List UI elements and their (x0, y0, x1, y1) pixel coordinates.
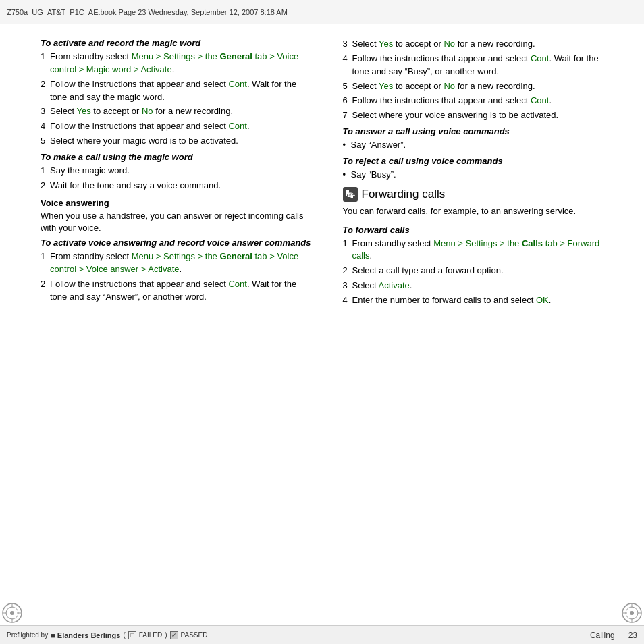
step-c-3: 3 Select Yes to accept or No for a new r… (343, 38, 618, 51)
failed-checkbox: □ (128, 631, 136, 639)
preflight-label: Preflighted by (7, 631, 48, 639)
page-number: 23 (628, 630, 637, 640)
section4-title: To activate voice answering and record v… (41, 238, 315, 248)
header-text: Z750a_UG_AT&T_P1C_AE.book Page 23 Wednes… (7, 8, 288, 16)
voice-answering-body: When you use a handsfree, you can answer… (41, 210, 315, 236)
forwarding-calls-title: Forwarding calls (362, 188, 446, 201)
section2-steps: 1 Say the magic word. 2 Wait for the ton… (41, 165, 315, 192)
section-make-call-magic-word: To make a call using the magic word 1 Sa… (41, 152, 315, 192)
step-4-1: 1 From standby select Menu > Settings > … (41, 250, 315, 276)
section1-title: To activate and record the magic word (41, 38, 315, 48)
reject-bullet-1: • Say “Busy”. (343, 169, 618, 182)
passed-checkbox: ✓ (170, 631, 178, 639)
continued-steps: 3 Select Yes to accept or No for a new r… (343, 38, 618, 122)
forward-steps: 1 From standby select Menu > Settings > … (343, 238, 618, 307)
step-c-4: 4 Follow the instructions that appear an… (343, 53, 618, 78)
main-content: To activate and record the magic word 1 … (0, 24, 644, 625)
section1-steps: 1 From standby select Menu > Settings > … (41, 51, 315, 148)
step-c-7: 7 Select where your voice answering is t… (343, 109, 618, 122)
forward-step-2: 2 Select a call type and a forward optio… (343, 265, 618, 277)
section-activate-voice-answering: To activate voice answering and record v… (41, 238, 315, 303)
forward-step-4: 4 Enter the number to forward calls to a… (343, 294, 618, 307)
step-1-2: 2 Follow the instructions that appear an… (41, 78, 315, 104)
failed-label: FAILED (139, 631, 162, 639)
preflight-info: Preflighted by ■ Elanders Berlings ( □ F… (7, 631, 207, 639)
reject-bullets: • Say “Busy”. (343, 169, 618, 182)
section-answer-title: To answer a call using voice commands (343, 126, 618, 136)
section-reject-voice: To reject a call using voice commands • … (343, 156, 618, 182)
forward-step-1: 1 From standby select Menu > Settings > … (343, 238, 618, 263)
header-bar: Z750a_UG_AT&T_P1C_AE.book Page 23 Wednes… (0, 0, 644, 24)
elanders-logo: ■ Elanders Berlings (51, 631, 120, 639)
step-2-2: 2 Wait for the tone and say a voice comm… (41, 180, 315, 192)
page-label: Calling (590, 630, 615, 640)
footer-bar: Preflighted by ■ Elanders Berlings ( □ F… (0, 625, 644, 644)
step-4-2: 2 Follow the instructions that appear an… (41, 278, 315, 304)
svg-text:☎: ☎ (346, 192, 354, 198)
step-1-4: 4 Follow the instructions that appear an… (41, 120, 315, 133)
voice-answering-heading: Voice answering (41, 198, 315, 208)
right-column: 3 Select Yes to accept or No for a new r… (329, 24, 645, 625)
step-c-5: 5 Select Yes to accept or No for a new r… (343, 80, 618, 93)
section-forwarding-calls: ☎ Forwarding calls You can forward calls… (343, 187, 618, 307)
passed-label: PASSED (181, 631, 208, 639)
step-1-3: 3 Select Yes to accept or No for a new r… (41, 105, 315, 118)
section4-steps: 1 From standby select Menu > Settings > … (41, 250, 315, 303)
step-2-1: 1 Say the magic word. (41, 165, 315, 178)
section-reject-title: To reject a call using voice commands (343, 156, 618, 166)
step-1-1: 1 From standby select Menu > Settings > … (41, 51, 315, 76)
section-voice-answering: Voice answering When you use a handsfree… (41, 198, 315, 236)
section-answer-voice: To answer a call using voice commands • … (343, 126, 618, 152)
answer-bullet-1: • Say “Answer”. (343, 139, 618, 152)
forwarding-calls-header: ☎ Forwarding calls (343, 187, 618, 202)
to-forward-calls-title: To forward calls (343, 225, 618, 235)
forwarding-intro: You can forward calls, for example, to a… (343, 205, 618, 218)
section2-title: To make a call using the magic word (41, 152, 315, 162)
page-info: Calling 23 (590, 630, 637, 640)
section-activate-magic-word: To activate and record the magic word 1 … (41, 38, 315, 148)
forward-step-3: 3 Select Activate. (343, 279, 618, 292)
green-link: Menu > Settings > the General tab > Voic… (50, 51, 298, 74)
left-column: To activate and record the magic word 1 … (0, 24, 329, 625)
phone-forward-icon: ☎ (343, 187, 358, 202)
step-c-6: 6 Follow the instructions that appear an… (343, 95, 618, 107)
answer-bullets: • Say “Answer”. (343, 139, 618, 152)
step-1-5: 5 Select where your magic word is to be … (41, 135, 315, 148)
